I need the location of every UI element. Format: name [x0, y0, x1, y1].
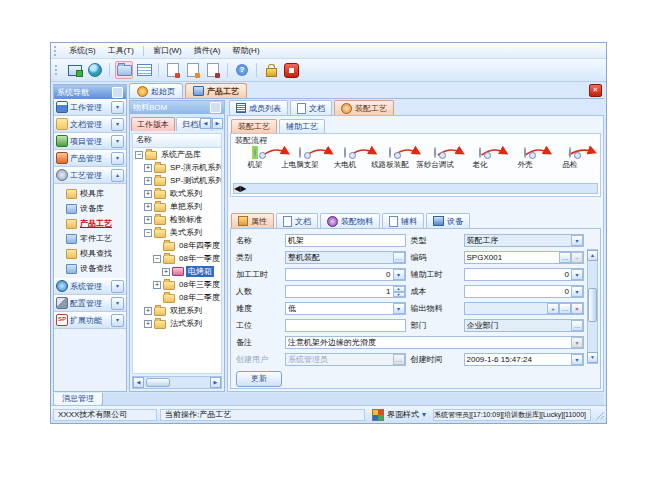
tree-node-label[interactable]: 欧式系列 [168, 188, 204, 199]
sidebar-group-extension[interactable]: SP 扩展功能 [54, 312, 126, 329]
tree-node-label[interactable]: 系统产品库 [159, 149, 203, 160]
tree-row[interactable]: 检验标准 [133, 213, 221, 226]
tab-product-process[interactable]: 产品工艺 [185, 83, 247, 98]
tree-node-label[interactable]: 双把系列 [168, 305, 204, 316]
tree-node-label[interactable]: 法式系列 [168, 318, 204, 329]
scroll-left-icon[interactable] [200, 118, 211, 129]
tab-assembly-materials[interactable]: 装配物料 [320, 213, 380, 228]
sidebar-item-equipment-search[interactable]: 设备查找 [54, 261, 126, 276]
scrollbar-thumb[interactable] [588, 288, 597, 322]
chevron-up-icon[interactable] [111, 169, 124, 182]
process-node-icon[interactable] [479, 147, 481, 158]
process-node-icon[interactable] [344, 147, 346, 158]
chevron-down-icon[interactable] [111, 152, 124, 165]
tree-node-label[interactable]: SP-测试机系列 [168, 175, 222, 186]
close-icon[interactable]: ✕ [589, 84, 602, 97]
sidebar-item-equipment-library[interactable]: 设备库 [54, 201, 126, 216]
menu-plugins[interactable]: 插件(A) [188, 44, 227, 57]
department-picker[interactable]: 企业部门… [464, 319, 585, 332]
exit-button[interactable] [282, 61, 300, 79]
tree-row-selected[interactable]: 电烤箱 [133, 265, 221, 278]
tab-properties[interactable]: 属性 [231, 213, 274, 228]
flow-horizontal-scrollbar[interactable] [233, 183, 598, 194]
menu-window[interactable]: 窗口(W) [147, 44, 188, 57]
output-material-picker[interactable]: +…× [464, 302, 585, 315]
clear-icon[interactable]: × [571, 303, 583, 314]
sidebar-item-mold-library[interactable]: 模具库 [54, 186, 126, 201]
tree-node-label[interactable]: 08年二季度 [177, 292, 222, 303]
scroll-up-icon[interactable] [587, 250, 598, 261]
scroll-right-icon[interactable] [240, 184, 246, 193]
tab-doc[interactable]: 文档 [276, 213, 318, 228]
expand-icon[interactable] [153, 281, 161, 289]
flow-node-motor[interactable]: 大电机 [323, 146, 367, 170]
spinner-buttons[interactable] [393, 286, 405, 297]
subtab-assembly-process[interactable]: 装配工艺 [231, 119, 277, 133]
tab-start-page[interactable]: 起始页 [129, 83, 183, 98]
tree-node-label[interactable]: 检验标准 [168, 214, 204, 225]
process-node-icon[interactable] [569, 147, 571, 158]
flow-node-debug[interactable]: 落纱台调试 [413, 146, 457, 170]
expand-icon[interactable]: ▾ [571, 337, 583, 348]
tree-row[interactable]: 08年四季度 [133, 239, 221, 252]
chevron-down-icon[interactable] [571, 269, 583, 280]
help-button[interactable]: ? [233, 61, 251, 79]
sidebar-item-part-process[interactable]: 零件工艺 [54, 231, 126, 246]
sidebar-group-config[interactable]: 配置管理 [54, 295, 126, 312]
update-button[interactable]: 更新 [236, 371, 282, 387]
ellipsis-icon[interactable]: … [559, 252, 571, 263]
menu-help[interactable]: 帮助(H) [226, 44, 265, 57]
menu-system[interactable]: 系统(S) [63, 44, 102, 57]
created-time-picker[interactable]: 2009-1-6 15:47:24 [464, 353, 585, 366]
chevron-down-icon[interactable] [111, 118, 124, 131]
sidebar-item-product-process[interactable]: 产品工艺 [54, 216, 126, 231]
folder-button[interactable] [115, 61, 133, 79]
chevron-down-icon[interactable] [422, 410, 426, 419]
tree-row[interactable]: 单把系列 [133, 200, 221, 213]
panel-options-icon[interactable] [210, 102, 221, 113]
tab-documents[interactable]: 文档 [290, 100, 332, 115]
chevron-down-icon[interactable] [111, 135, 124, 148]
tree-row[interactable]: SP-演示机系列 [133, 161, 221, 174]
ellipsis-icon[interactable]: … [571, 320, 583, 331]
expand-icon[interactable] [144, 203, 152, 211]
flow-node-aging[interactable]: 老化 [458, 146, 502, 170]
scroll-down-icon[interactable] [587, 352, 598, 363]
scrollbar-thumb[interactable] [146, 378, 170, 387]
chevron-down-icon[interactable] [111, 101, 124, 114]
screen-button[interactable] [66, 61, 84, 79]
expand-icon[interactable] [144, 320, 152, 328]
subtab-auxiliary-process[interactable]: 辅助工艺 [279, 119, 325, 133]
process-node-icon[interactable] [524, 147, 526, 158]
difficulty-select[interactable]: 低 [285, 302, 406, 315]
people-stepper[interactable]: 1 [285, 285, 406, 298]
tree-node-label[interactable]: 08年三季度 [177, 279, 222, 290]
tree-row[interactable]: 欧式系列 [133, 187, 221, 200]
ellipsis-icon[interactable]: … [559, 303, 571, 314]
tree-node-label[interactable]: 单把系列 [168, 201, 204, 212]
sidebar-group-system[interactable]: 系统管理 [54, 278, 126, 295]
tree-row[interactable]: 08年三季度 [133, 278, 221, 291]
toolbar-grip[interactable] [55, 65, 60, 75]
minus-icon[interactable]: − [571, 252, 583, 263]
flow-node-inspection[interactable]: 品检 [548, 146, 592, 170]
scroll-left-icon[interactable] [133, 377, 144, 388]
collapse-icon[interactable] [153, 255, 161, 263]
machining-hours-input[interactable]: 0 [285, 268, 406, 281]
tree-row[interactable]: 08年二季度 [133, 291, 221, 304]
scroll-right-icon[interactable] [210, 377, 221, 388]
ellipsis-icon[interactable]: … [393, 252, 405, 263]
chevron-down-icon[interactable] [571, 354, 583, 365]
tree-node-label[interactable]: 电烤箱 [186, 266, 214, 277]
tab-working-version[interactable]: 工作版本 [131, 117, 175, 131]
category-picker[interactable]: 整机装配… [285, 251, 406, 264]
sidebar-group-process[interactable]: 工艺管理 [54, 167, 126, 184]
expand-icon[interactable] [162, 268, 170, 276]
scroll-right-icon[interactable] [212, 118, 223, 129]
lock-button[interactable] [262, 61, 280, 79]
expand-icon[interactable] [144, 164, 152, 172]
collapse-icon[interactable] [144, 229, 152, 237]
sidebar-group-product[interactable]: 产品管理 [54, 150, 126, 167]
tree-column-header[interactable]: 名称 [132, 133, 222, 148]
sidebar-pin-icon[interactable] [112, 87, 123, 98]
